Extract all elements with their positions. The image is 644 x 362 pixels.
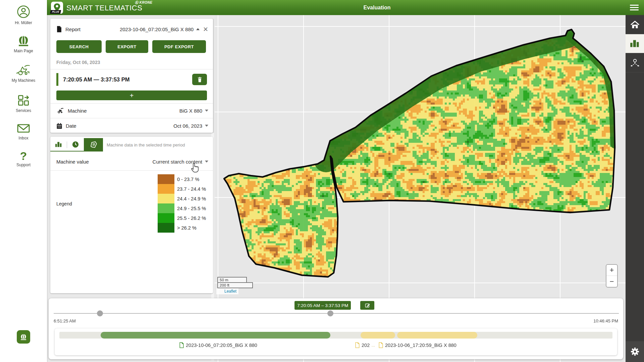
user-avatar-icon xyxy=(16,5,31,19)
sidebar-item-services[interactable]: Services xyxy=(0,94,47,113)
slider-handle-start[interactable] xyxy=(97,310,103,316)
report-panel: Report 2023-10-06_07:20:05_BiG X 880 ✕ S… xyxy=(50,19,213,133)
left-sidebar: Hr. Müller Main Page My Machines xyxy=(0,0,47,362)
machine-select[interactable]: BiG X 880 xyxy=(179,108,208,114)
zoom-out-button[interactable]: − xyxy=(606,276,617,287)
sidebar-item-my-machines[interactable]: My Machines xyxy=(0,64,47,83)
sidebar-item-label: Support xyxy=(16,163,31,167)
export-button[interactable]: EXPORT xyxy=(106,40,148,53)
legend-row: 23.7 - 24.4 % xyxy=(158,184,206,194)
sidebar-item-support[interactable]: ? Support xyxy=(0,151,47,167)
timeline-range-badge: 7:20:05 AM – 3:37:53 PM xyxy=(294,301,351,310)
sidebar-item-label: Hr. Müller xyxy=(15,20,32,25)
recording-file[interactable]: 2023-10-06_17:20:59_BiG X 880 xyxy=(378,342,457,348)
timeline-end-label: 10:46:45 PM xyxy=(593,318,618,323)
edit-pencil-icon xyxy=(365,303,370,308)
date-select[interactable]: Oct 06, 2023 xyxy=(173,123,208,129)
question-mark-icon: ? xyxy=(20,151,27,161)
harvester-icon xyxy=(16,64,31,76)
legend-swatch xyxy=(158,174,174,184)
sidebar-item-inbox[interactable]: Inbox xyxy=(0,123,47,140)
legend-range-label: 24.4 - 24.9 % xyxy=(177,196,206,201)
time-entry-marker xyxy=(56,73,58,86)
krone-crown-icon xyxy=(19,334,28,341)
app-logo: PLUS xyxy=(51,2,63,14)
legend-range-label: 23.7 - 24.4 % xyxy=(177,186,206,192)
timeline-slider-track[interactable] xyxy=(54,313,619,314)
legend-swatch xyxy=(158,203,174,213)
time-entry-row[interactable]: 7:20:05 AM — 3:37:53 PM xyxy=(56,71,207,88)
sidebar-item-user[interactable]: Hr. Müller xyxy=(0,5,47,25)
chevron-down-icon xyxy=(205,161,208,163)
tab-field-map[interactable] xyxy=(84,138,103,151)
tab-time[interactable] xyxy=(67,138,84,151)
file-label: 202 xyxy=(362,343,370,348)
legend-row: 24.9 - 25.5 % xyxy=(158,203,206,213)
map-zoom-control: + − xyxy=(606,264,618,288)
machine-select-row: Machine BiG X 880 xyxy=(56,103,208,118)
machine-data-panel: Machine data in the selected time period… xyxy=(50,137,213,293)
recording-segment[interactable] xyxy=(361,332,395,339)
map-attribution: Leaflet xyxy=(216,288,238,294)
ellipsis: … xyxy=(371,343,375,347)
ukraine-flag-icon xyxy=(218,290,223,293)
close-icon[interactable]: ✕ xyxy=(203,26,208,33)
rail-map-button[interactable] xyxy=(626,53,644,72)
date-select-row: Date Oct 06, 2023 xyxy=(56,118,208,133)
bar-chart-icon xyxy=(55,141,62,148)
legend-row: 0 - 23.7 % xyxy=(158,174,206,184)
scale-feet: 200 ft xyxy=(217,282,253,288)
hamburger-menu-icon[interactable] xyxy=(630,5,639,12)
rail-home-button[interactable] xyxy=(626,15,644,34)
recording-file[interactable]: 2023-10-06_07:20:05_BiG X 880 xyxy=(179,342,257,348)
legend-label: Legend xyxy=(56,201,72,206)
machine-value: BiG X 880 xyxy=(179,108,202,114)
chevron-up-icon[interactable] xyxy=(196,28,200,30)
tab-chart[interactable] xyxy=(50,138,67,151)
zoom-in-button[interactable]: + xyxy=(606,265,617,276)
recording-files: 2023-10-06_07:20:05_BiG X 880 202… 2023-… xyxy=(55,342,617,352)
krone-quick-button[interactable] xyxy=(17,330,30,344)
delete-time-entry-button[interactable] xyxy=(192,74,207,85)
recordings-track xyxy=(59,332,612,339)
envelope-icon xyxy=(16,123,31,134)
file-icon xyxy=(179,342,184,348)
recordings-strip: 2023-10-06_07:20:05_BiG X 880 202… 2023-… xyxy=(55,328,617,355)
pdf-export-button[interactable]: PDF EXPORT xyxy=(152,40,206,53)
leaflet-link[interactable]: Leaflet xyxy=(224,289,236,294)
rail-settings-button[interactable] xyxy=(626,341,644,362)
legend-range-label: 25.5 - 26.2 % xyxy=(177,216,206,221)
app-title: SMART TELEMATICS xyxy=(66,4,142,12)
logo-plus-badge: PLUS xyxy=(50,10,61,14)
edit-range-button[interactable] xyxy=(360,301,374,310)
scale-meters: 50 m xyxy=(217,277,247,282)
legend-range-label: > 26.2 % xyxy=(177,225,197,231)
date-label: Date xyxy=(66,123,76,129)
report-select[interactable]: 2023-10-06_07:20:05_BiG X 880 xyxy=(120,26,194,32)
calendar-icon xyxy=(56,123,62,129)
bar-chart-icon xyxy=(630,39,640,48)
recording-segment-selected[interactable] xyxy=(101,332,330,339)
file-label: 2023-10-06_07:20:05_BiG X 880 xyxy=(186,343,257,348)
timeline-panel: 7:20:05 AM – 3:37:53 PM 6:51:25 AM 10:46… xyxy=(49,298,623,359)
machine-value-select[interactable]: Current starch content xyxy=(153,159,208,165)
sidebar-item-label: Inbox xyxy=(18,136,28,140)
home-icon xyxy=(630,20,640,29)
date-value: Oct 06, 2023 xyxy=(173,123,202,129)
report-label: Report xyxy=(65,26,80,32)
report-date-heading: Friday, Oct 06, 2023 xyxy=(56,60,100,65)
legend-swatch xyxy=(158,184,174,194)
add-time-entry-button[interactable]: + xyxy=(56,90,207,100)
machine-value-row: Machine value Current starch content xyxy=(56,154,208,169)
legend-range-label: 0 - 23.7 % xyxy=(177,177,199,182)
sidebar-item-main-page[interactable]: Main Page xyxy=(0,35,47,53)
page-title: Evaluation xyxy=(364,5,391,11)
slider-handle-end[interactable] xyxy=(327,310,333,316)
recording-file[interactable]: 202… xyxy=(355,342,375,348)
recording-segment[interactable] xyxy=(397,332,477,339)
report-doc-icon xyxy=(56,26,62,33)
rail-evaluation-button[interactable] xyxy=(626,34,644,53)
app-header: PLUS ⓚ KRONE SMART TELEMATICS Evaluation xyxy=(47,0,644,15)
search-button[interactable]: SEARCH xyxy=(56,40,102,53)
legend-row: 24.4 - 24.9 % xyxy=(158,194,206,203)
